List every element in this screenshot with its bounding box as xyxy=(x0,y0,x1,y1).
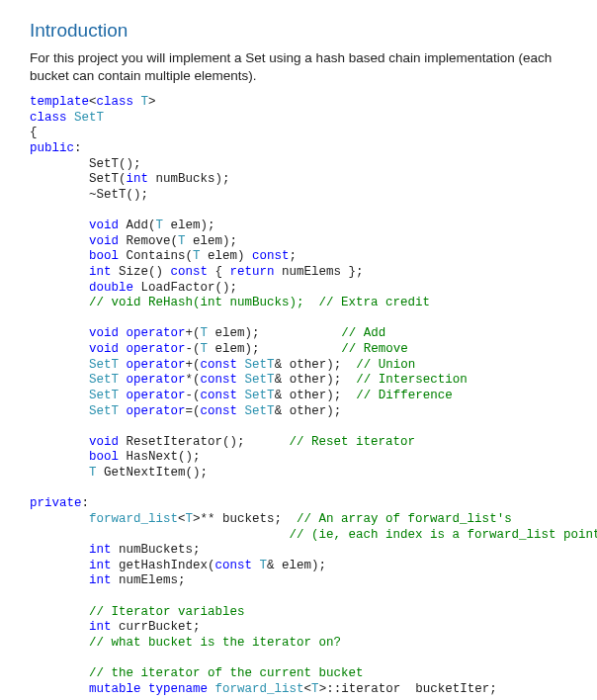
section-heading: Introduction xyxy=(30,18,567,44)
intro-paragraph: For this project you will implement a Se… xyxy=(30,49,567,85)
code-block: template<class T> class SetT { public: S… xyxy=(30,95,567,700)
